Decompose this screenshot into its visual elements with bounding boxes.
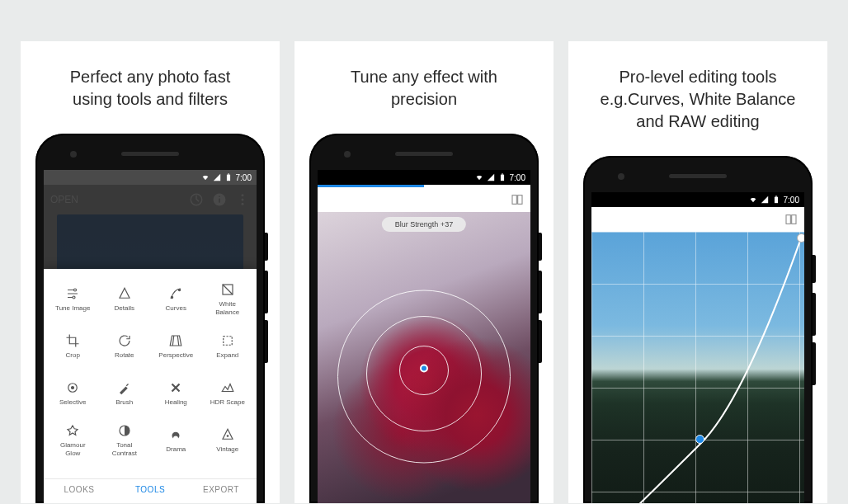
- svg-rect-23: [774, 197, 777, 204]
- tab-tools[interactable]: TOOLS: [115, 479, 186, 503]
- tool-label: Vintage: [216, 445, 238, 453]
- signal-icon: [761, 195, 769, 204]
- battery-icon: [498, 173, 506, 181]
- wifi-icon: [749, 195, 757, 204]
- svg-rect-21: [512, 195, 516, 205]
- tool-vintage[interactable]: Vintage: [202, 417, 254, 464]
- tool-white-balance[interactable]: White Balance: [202, 276, 254, 323]
- curves-grid: [591, 232, 804, 503]
- signal-icon: [487, 173, 495, 181]
- tab-looks[interactable]: LOOKS: [44, 479, 115, 503]
- svg-rect-1: [228, 173, 229, 174]
- svg-rect-22: [518, 195, 522, 205]
- wifi-icon: [201, 173, 210, 181]
- compare-icon[interactable]: [784, 213, 798, 226]
- editor-canvas[interactable]: Blur Strength +37: [318, 212, 530, 503]
- svg-rect-19: [500, 175, 503, 181]
- tool-label: HDR Scape: [210, 398, 245, 406]
- tool-label: Tonal Contrast: [112, 441, 137, 456]
- tool-brush[interactable]: Brush: [99, 370, 151, 417]
- wb-icon: [220, 282, 235, 297]
- promo-panel-1: Perfect any photo fast using tools and f…: [21, 41, 280, 503]
- phone-mockup-3: 7:00: [583, 156, 813, 503]
- tool-label: Drama: [166, 445, 186, 453]
- drama-icon: [168, 427, 183, 442]
- details-icon: [117, 286, 132, 301]
- svg-rect-20: [502, 173, 503, 174]
- svg-rect-0: [226, 175, 229, 181]
- svg-point-12: [179, 289, 181, 290]
- curve-point-highlight[interactable]: [797, 233, 804, 243]
- tool-label: Expand: [216, 351, 238, 359]
- editor-top-row: [591, 207, 804, 232]
- tool-label: Brush: [115, 398, 133, 406]
- promo-panel-3: Pro-level editing tools e.g.Curves, Whit…: [568, 41, 827, 503]
- svg-point-11: [172, 296, 173, 298]
- status-bar: 7:00: [591, 192, 804, 207]
- vintage-icon: [220, 427, 235, 442]
- curve-point-mid[interactable]: [695, 435, 704, 444]
- tool-glamour-glow[interactable]: Glamour Glow: [47, 417, 99, 464]
- signal-icon: [213, 173, 221, 181]
- tool-label: Details: [115, 304, 134, 312]
- headline-1: Perfect any photo fast using tools and f…: [55, 66, 246, 111]
- svg-rect-24: [775, 195, 777, 196]
- svg-point-18: [227, 436, 228, 437]
- tool-hdr-scape[interactable]: HDR Scape: [202, 370, 254, 417]
- phone-mockup-2: 7:00 Blur Strength +37: [309, 134, 539, 503]
- brush-icon: [117, 380, 132, 395]
- tab-export[interactable]: EXPORT: [186, 479, 257, 503]
- crop-icon: [65, 333, 80, 348]
- tool-label: Selective: [59, 398, 86, 406]
- selective-icon: [65, 380, 80, 395]
- tune-icon: [65, 286, 80, 301]
- tool-label: Rotate: [115, 351, 134, 359]
- headline-2: Tune any effect with precision: [336, 66, 512, 111]
- tool-label: Tune Image: [55, 304, 90, 312]
- status-bar: 7:00: [318, 170, 530, 185]
- curves-canvas[interactable]: [591, 232, 804, 503]
- tool-tune-image[interactable]: Tune Image: [47, 276, 99, 323]
- editor-top-row: [318, 187, 530, 212]
- focus-center-handle[interactable]: [420, 365, 428, 373]
- bottom-tabs: LOOKS TOOLS EXPORT: [44, 478, 257, 503]
- perspective-icon: [168, 333, 183, 348]
- tool-label: Glamour Glow: [60, 441, 86, 456]
- tool-tonal-contrast[interactable]: Tonal Contrast: [99, 417, 151, 464]
- tool-label: Healing: [165, 398, 187, 406]
- healing-icon: [168, 380, 183, 395]
- promo-panel-2: Tune any effect with precision 7:00 Blur…: [294, 41, 554, 503]
- tool-expand[interactable]: Expand: [202, 323, 254, 370]
- hdr-icon: [220, 380, 235, 395]
- tool-crop[interactable]: Crop: [47, 323, 99, 370]
- tool-selective[interactable]: Selective: [47, 370, 99, 417]
- tool-perspective[interactable]: Perspective: [150, 323, 202, 370]
- tool-details[interactable]: Details: [99, 276, 151, 323]
- tool-rotate[interactable]: Rotate: [99, 323, 151, 370]
- tonal-icon: [117, 423, 132, 438]
- tool-healing[interactable]: Healing: [150, 370, 202, 417]
- curves-icon: [168, 286, 183, 301]
- status-time: 7:00: [784, 195, 799, 205]
- expand-icon: [220, 333, 235, 348]
- status-time: 7:00: [236, 173, 252, 182]
- glamour-icon: [65, 423, 80, 438]
- svg-rect-25: [786, 215, 790, 224]
- tool-label: White Balance: [215, 300, 239, 315]
- tools-sheet: Tune ImageDetailsCurvesWhite BalanceCrop…: [44, 269, 257, 503]
- svg-rect-14: [224, 337, 233, 346]
- tool-label: Crop: [66, 351, 80, 359]
- svg-point-9: [74, 289, 77, 291]
- tool-curves[interactable]: Curves: [150, 276, 202, 323]
- wifi-icon: [475, 173, 483, 181]
- headline-3: Pro-level editing tools e.g.Curves, Whit…: [586, 66, 811, 133]
- svg-point-16: [72, 386, 74, 389]
- rotate-icon: [117, 333, 132, 348]
- status-time: 7:00: [510, 173, 525, 182]
- compare-icon[interactable]: [511, 193, 524, 206]
- phone-mockup-1: 7:00 OPEN Tune ImageDetailsCurvesWhite B…: [35, 134, 265, 503]
- battery-icon: [224, 173, 233, 181]
- tool-label: Curves: [166, 304, 186, 312]
- tool-drama[interactable]: Drama: [150, 417, 202, 464]
- effect-value-pill: Blur Strength +37: [382, 217, 466, 232]
